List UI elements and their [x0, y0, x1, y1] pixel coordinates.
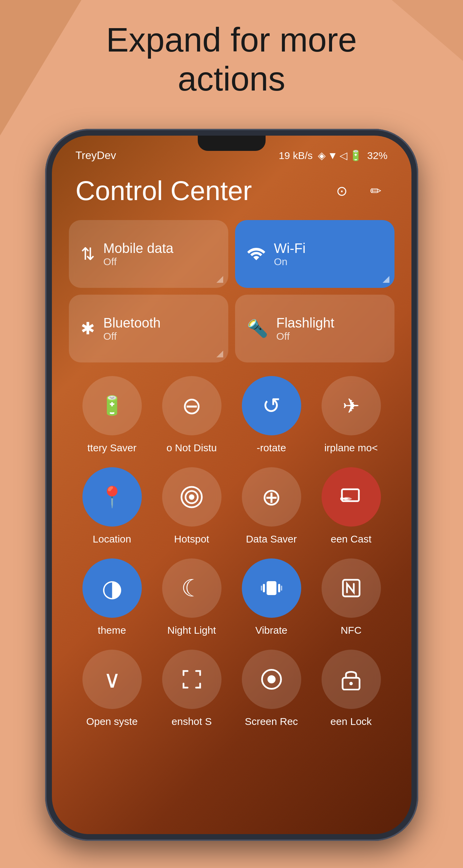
tile-location: 📍 Location: [82, 467, 142, 545]
tile-screen-cast: een Cast: [322, 467, 381, 545]
mobile-data-icon: ⇅: [81, 244, 95, 264]
screen-rec-btn[interactable]: [242, 650, 301, 709]
nfc-label: NFC: [341, 625, 362, 636]
hotspot-label: Hotspot: [174, 533, 209, 545]
battery-saver-label: ttery Saver: [87, 442, 136, 454]
tile-wifi[interactable]: Wi-Fi On: [235, 220, 394, 288]
airplane-label: irplane mo<: [324, 442, 378, 454]
title-line1: Expand for more: [106, 21, 357, 59]
screen-cast-label: een Cast: [331, 533, 371, 545]
small-tiles-row2: 📍 Location Hotspot: [69, 460, 394, 545]
theme-btn[interactable]: ◑: [82, 558, 142, 618]
status-speed: 19 kB/s: [279, 150, 313, 161]
phone-wrapper: TreyDev 19 kB/s ◈ ▼ ◁ 🔋 32% Control Cent…: [45, 129, 418, 841]
small-tiles-row1: 🔋 ttery Saver ⊖ o Not Distu ↺ -rotate ✈ …: [69, 369, 394, 454]
bluetooth-status: Off: [103, 331, 161, 342]
tile-battery-saver: 🔋 ttery Saver: [82, 376, 142, 454]
tile-flashlight[interactable]: 🔦 Flashlight Off: [235, 295, 394, 362]
large-tiles-row1: ⇅ Mobile data Off: [69, 220, 394, 288]
status-right: 19 kB/s ◈ ▼ ◁ 🔋 32%: [279, 150, 388, 161]
screen-rec-label: Screen Rec: [245, 716, 298, 727]
open-system-label: Open syste: [86, 716, 138, 727]
status-carrier: TreyDev: [76, 149, 116, 162]
mobile-data-name: Mobile data: [103, 241, 174, 256]
phone-notch: [198, 136, 266, 151]
svg-point-0: [189, 494, 194, 500]
dnd-btn[interactable]: ⊖: [162, 376, 221, 435]
small-tiles-row3: ◑ theme ☾ Night Light: [69, 552, 394, 636]
page-title: Expand for more actions: [0, 20, 463, 98]
bluetooth-name: Bluetooth: [103, 315, 161, 331]
battery-saver-btn[interactable]: 🔋: [82, 376, 142, 435]
tile-data-saver: ⊕ Data Saver: [242, 467, 301, 545]
bluetooth-text: Bluetooth Off: [103, 315, 161, 342]
hotspot-btn[interactable]: [162, 467, 221, 527]
tile-theme: ◑ theme: [82, 558, 142, 636]
data-icon: ◈: [318, 150, 326, 161]
wifi-icon: ▼: [328, 150, 338, 161]
vibrate-label: Vibrate: [255, 625, 288, 636]
mobile-data-arrow: [216, 276, 223, 283]
tile-auto-rotate: ↺ -rotate: [242, 376, 301, 454]
wifi-status: On: [274, 256, 306, 268]
tile-vibrate: Vibrate: [242, 558, 301, 636]
screen-lock-btn[interactable]: [322, 650, 381, 709]
large-tiles-row2: ✱ Bluetooth Off 🔦 Flashlight Off: [69, 295, 394, 362]
svg-point-4: [340, 497, 344, 500]
phone-screen: TreyDev 19 kB/s ◈ ▼ ◁ 🔋 32% Control Cent…: [52, 136, 411, 834]
tile-night-light: ☾ Night Light: [162, 558, 221, 636]
rotate-btn[interactable]: ↺: [242, 376, 301, 435]
bluetooth-arrow: [216, 351, 223, 357]
tile-nfc: NFC: [322, 558, 381, 636]
wifi-name: Wi-Fi: [274, 241, 306, 256]
tile-hotspot: Hotspot: [162, 467, 221, 545]
phone-frame: TreyDev 19 kB/s ◈ ▼ ◁ 🔋 32% Control Cent…: [45, 129, 418, 841]
svg-rect-6: [263, 584, 265, 592]
nfc-btn[interactable]: [322, 558, 381, 618]
tile-do-not-disturb: ⊖ o Not Distu: [162, 376, 221, 454]
svg-rect-7: [278, 584, 280, 592]
wifi-arrow: [383, 276, 389, 283]
control-center-header: Control Center ⊙ ✏: [52, 169, 411, 220]
tile-bluetooth[interactable]: ✱ Bluetooth Off: [69, 295, 228, 362]
mobile-data-status: Off: [103, 256, 174, 268]
svg-rect-9: [281, 586, 282, 591]
cc-header-icons: ⊙ ✏: [330, 179, 388, 203]
tiles-section: ⇅ Mobile data Off: [52, 220, 411, 727]
signal-icon: ◁: [340, 150, 347, 161]
tile-screen-lock: een Lock: [322, 650, 381, 727]
airplane-btn[interactable]: ✈: [322, 376, 381, 435]
screen-cast-btn[interactable]: [322, 467, 381, 527]
wifi-text: Wi-Fi On: [274, 241, 306, 268]
dnd-label: o Not Distu: [167, 442, 217, 454]
night-light-label: Night Light: [167, 625, 216, 636]
cc-title: Control Center: [76, 175, 252, 206]
data-saver-btn[interactable]: ⊕: [242, 467, 301, 527]
tile-screen-rec: Screen Rec: [242, 650, 301, 727]
flashlight-status: Off: [276, 331, 334, 342]
flashlight-name: Flashlight: [276, 315, 334, 331]
cc-edit-icon[interactable]: ✏: [364, 179, 388, 203]
theme-label: theme: [98, 625, 126, 636]
open-system-btn[interactable]: ∨: [82, 650, 142, 709]
location-btn[interactable]: 📍: [82, 467, 142, 527]
bluetooth-icon: ✱: [81, 319, 95, 338]
status-battery: 32%: [367, 150, 387, 161]
tile-airplane-mode: ✈ irplane mo<: [322, 376, 381, 454]
tile-mobile-data[interactable]: ⇅ Mobile data Off: [69, 220, 228, 288]
wifi-tile-icon: [247, 243, 266, 265]
screenshot-btn[interactable]: [162, 650, 221, 709]
vibrate-btn[interactable]: [242, 558, 301, 618]
svg-point-12: [267, 675, 275, 684]
tile-screenshot: enshot S: [162, 650, 221, 727]
svg-point-14: [349, 682, 353, 685]
mobile-data-text: Mobile data Off: [103, 241, 174, 268]
battery-icon: 🔋: [349, 150, 362, 161]
svg-rect-8: [261, 586, 262, 591]
flashlight-icon: 🔦: [247, 319, 268, 338]
data-saver-label: Data Saver: [246, 533, 297, 545]
night-light-btn[interactable]: ☾: [162, 558, 221, 618]
location-label: Location: [93, 533, 131, 545]
cc-settings-icon[interactable]: ⊙: [330, 179, 354, 203]
screen-lock-label: een Lock: [330, 716, 372, 727]
